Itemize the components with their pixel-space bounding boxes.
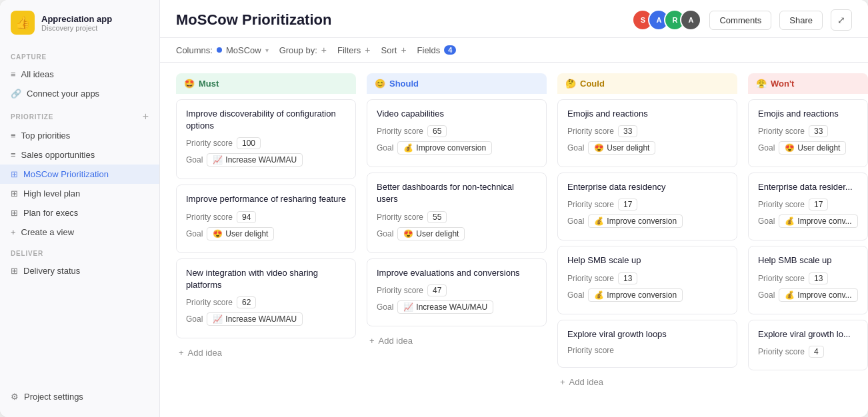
card[interactable]: Video capabilities Priority score 65 Goa… xyxy=(367,99,547,167)
card[interactable]: Help SMB scale up Priority score 13 Goal… xyxy=(748,246,868,314)
card-score-row: Priority score 47 xyxy=(377,284,537,296)
column-wont: 😤 Won't Emojis and reactions Priority sc… xyxy=(748,73,868,406)
card[interactable]: Help SMB scale up Priority score 13 Goal… xyxy=(557,246,737,314)
goal-emoji: 💰 xyxy=(594,216,604,226)
goal-label: Goal xyxy=(377,302,393,312)
card[interactable]: Explore viral growth lo... Priority scor… xyxy=(748,320,868,370)
card-score-row: Priority score 94 xyxy=(186,211,346,223)
sidebar: 👍 Appreciation app Discovery project CAP… xyxy=(0,0,160,417)
comments-button[interactable]: Comments xyxy=(709,11,771,30)
sidebar-item-delivery-status[interactable]: ⊞ Delivery status xyxy=(0,261,159,280)
card-title: Enterprise data residency xyxy=(567,181,727,193)
add-idea-could[interactable]: + Add idea xyxy=(557,373,737,391)
sort-label: Sort xyxy=(381,45,397,55)
column-could: 🤔 Could Emojis and reactions Priority sc… xyxy=(557,73,737,406)
chevron-down-icon: ▾ xyxy=(265,47,269,54)
goal-emoji: 💰 xyxy=(594,290,604,300)
add-idea-should[interactable]: + Add idea xyxy=(367,332,547,350)
score-badge: 4 xyxy=(809,346,824,358)
score-label: Priority score xyxy=(377,286,423,295)
sidebar-item-plan-for-execs[interactable]: ⊞ Plan for execs xyxy=(0,203,159,222)
card[interactable]: Improve evaluations and conversions Prio… xyxy=(367,258,547,326)
list-icon: ≡ xyxy=(11,69,16,79)
app-icon: 👍 xyxy=(11,11,35,35)
card[interactable]: Emojis and reactions Priority score 33 G… xyxy=(748,99,868,167)
card[interactable]: Emojis and reactions Priority score 33 G… xyxy=(557,99,737,167)
goal-badge: 💰 Improve conversion xyxy=(397,141,492,155)
card-title: Explore viral growth lo... xyxy=(758,328,858,340)
card-goal-row: Goal 💰 Improve conv... xyxy=(758,288,858,302)
card-title: Explore viral growth loops xyxy=(567,328,727,340)
card[interactable]: Better dashboards for non-technical user… xyxy=(367,173,547,252)
could-emoji: 🤔 xyxy=(565,79,576,89)
wont-emoji: 😤 xyxy=(756,79,767,89)
card-score-row: Priority score xyxy=(567,346,727,355)
sidebar-item-sales-opportunities[interactable]: ≡ Sales opportunities xyxy=(0,145,159,165)
add-idea-must[interactable]: + Add idea xyxy=(176,344,356,362)
goal-label: Goal xyxy=(567,290,584,300)
goal-emoji: 📈 xyxy=(213,155,223,165)
goal-badge: 😍 User delight xyxy=(207,227,274,240)
could-label: Could xyxy=(580,79,605,89)
card[interactable]: Explore viral growth loops Priority scor… xyxy=(557,320,737,368)
card-title: Better dashboards for non-technical user… xyxy=(377,181,537,205)
card[interactable]: Enterprise data residency Priority score… xyxy=(557,173,737,240)
sidebar-item-all-ideas[interactable]: ≡ All ideas xyxy=(0,65,159,84)
card[interactable]: Improve discoverability of configuration… xyxy=(176,99,356,179)
toolbar-sort[interactable]: Sort + xyxy=(381,45,407,55)
card-score-row: Priority score 65 xyxy=(377,125,537,137)
columns-value: MoSCow xyxy=(226,45,261,55)
toolbar-group-by[interactable]: Group by: + xyxy=(279,45,327,55)
toolbar-filters[interactable]: Filters + xyxy=(337,45,371,55)
toolbar-columns[interactable]: Columns: MoSCow ▾ xyxy=(176,45,269,55)
toolbar-fields[interactable]: Fields 4 xyxy=(417,45,457,55)
fields-badge: 4 xyxy=(444,45,456,55)
card-goal-row: Goal 💰 Improve conv... xyxy=(758,214,858,228)
must-label: Must xyxy=(199,79,219,89)
score-badge: 62 xyxy=(237,296,256,308)
grid-icon: ⊞ xyxy=(11,208,18,218)
card[interactable]: Enterprise data resider... Priority scor… xyxy=(748,173,868,240)
score-badge: 13 xyxy=(809,272,828,284)
goal-badge: 😍 User delight xyxy=(779,141,846,155)
sidebar-item-label: All ideas xyxy=(21,69,54,79)
score-badge: 100 xyxy=(237,137,261,149)
score-badge: 55 xyxy=(427,211,447,223)
card-score-row: Priority score 13 xyxy=(567,272,727,284)
sidebar-item-moscow[interactable]: ⊞ MoSCow Prioritization xyxy=(0,165,159,184)
card[interactable]: New integration with video sharing platf… xyxy=(176,258,356,338)
card-title: Help SMB scale up xyxy=(758,254,858,266)
sidebar-item-project-settings[interactable]: ⚙ Project settings xyxy=(0,387,159,406)
capture-section-label: CAPTURE xyxy=(0,45,159,65)
sidebar-item-top-priorities[interactable]: ≡ Top priorities xyxy=(0,126,159,145)
plus-icon: + xyxy=(11,227,16,237)
goal-emoji: 💰 xyxy=(785,290,795,300)
card-goal-row: Goal 😍 User delight xyxy=(377,227,537,240)
prioritize-add-button[interactable]: + xyxy=(143,111,149,122)
sidebar-item-connect-apps[interactable]: 🔗 Connect your apps xyxy=(0,84,159,103)
board: 🤩 Must Improve discoverability of config… xyxy=(160,63,868,417)
card[interactable]: Improve performance of resharing feature… xyxy=(176,185,356,252)
column-header-must: 🤩 Must xyxy=(176,73,356,94)
sidebar-item-high-level-plan[interactable]: ⊞ High level plan xyxy=(0,184,159,203)
plus-icon: + xyxy=(321,45,327,55)
wont-label: Won't xyxy=(771,79,794,89)
list-icon: ≡ xyxy=(11,150,16,160)
expand-button[interactable]: ⤢ xyxy=(831,9,852,31)
goal-emoji: 😍 xyxy=(785,143,795,153)
goal-emoji: 💰 xyxy=(403,143,413,153)
avatar-group: S A R A xyxy=(632,9,701,31)
sidebar-item-label: Sales opportunities xyxy=(21,150,95,160)
must-emoji: 🤩 xyxy=(184,79,195,89)
filters-label: Filters xyxy=(337,45,361,55)
prioritize-section-label: PRIORITIZE xyxy=(11,113,53,121)
plus-icon: + xyxy=(401,45,406,55)
expand-icon: ⤢ xyxy=(837,15,845,25)
prioritize-section-header: PRIORITIZE + xyxy=(0,103,159,126)
score-badge: 47 xyxy=(427,284,447,296)
grid-icon: ⊞ xyxy=(11,169,18,179)
sidebar-item-create-view[interactable]: + Create a view xyxy=(0,222,159,242)
should-emoji: 😊 xyxy=(375,79,385,89)
share-button[interactable]: Share xyxy=(779,11,823,30)
score-label: Priority score xyxy=(567,127,614,136)
